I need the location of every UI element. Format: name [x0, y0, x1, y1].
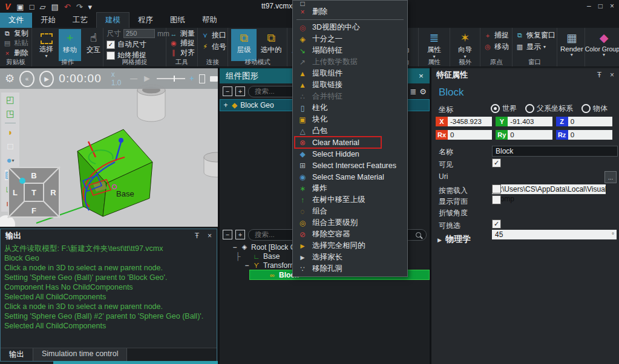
browse-button[interactable]: ... [604, 171, 617, 183]
expand-all-button[interactable]: + [235, 230, 245, 239]
delete-button[interactable]: ×删除 [3, 48, 28, 57]
ribbon-tab[interactable]: 建模 [96, 12, 129, 28]
rotation-input[interactable]: 0 [508, 130, 552, 140]
speed-slider[interactable] [157, 78, 185, 79]
interface-button[interactable]: ⋎接口 [201, 31, 226, 40]
nav-label-f[interactable]: F [31, 206, 36, 215]
play-button[interactable]: ▶ [39, 71, 54, 87]
ribbon-tab[interactable]: 程序 [129, 13, 162, 28]
visible-checkbox[interactable]: ✓ [492, 158, 501, 167]
speed-slider-knob[interactable] [174, 76, 175, 82]
menu-item-blockify[interactable]: ▣ 块化 [293, 114, 407, 125]
load-on-demand-checkbox[interactable]: ✓ [492, 184, 501, 193]
menu-item-clear-material[interactable]: ⊗ Clear Material [293, 137, 407, 148]
select-button[interactable]: 选择▾ [35, 29, 57, 61]
expander-icon[interactable]: − [232, 243, 238, 252]
menu-item-remove-empty-container[interactable]: ⊘ 移除空容器 [293, 229, 407, 240]
render-mode-icon[interactable]: ◗ [7, 128, 13, 137]
minimize-button[interactable]: – [587, 2, 591, 10]
output-tab[interactable]: 输出 [1, 348, 33, 361]
color-groups-button[interactable]: ◆Color Groups▾ [588, 29, 619, 61]
filter-sliders-icon[interactable]: ≣ [410, 87, 416, 96]
close-icon[interactable]: × [610, 71, 614, 79]
menu-item-convex-hull[interactable]: △ 凸包 [293, 125, 407, 137]
copy-button[interactable]: ⧉复制 [3, 29, 28, 38]
move-button[interactable]: +移动 [59, 29, 81, 61]
redo-icon[interactable]: ↷ [76, 2, 83, 11]
rewind-button[interactable]: « [19, 71, 34, 87]
render-button[interactable]: ▦Render▾ [560, 29, 583, 61]
menu-item-extract-link[interactable]: ▲ 提取链接 [293, 79, 407, 91]
speed-minus[interactable]: — [130, 74, 137, 83]
interact-button[interactable]: ☝交互 [82, 29, 105, 61]
uri-input[interactable]: C:\Users\CS\AppData\Local\Visual Comp [492, 184, 606, 194]
menu-item-combine-main-level[interactable]: ◎ 组合主要级别 [293, 217, 407, 229]
nav-label-b[interactable]: B [31, 171, 36, 180]
ribbon-tab[interactable]: 开始 [32, 13, 64, 28]
record-video-icon[interactable] [210, 76, 218, 82]
menu-item-select-hidden[interactable]: ◆ Select Hidden [293, 148, 407, 160]
menu-item-clipped[interactable]: □ [293, 1, 407, 6]
ribbon-tab[interactable]: 图纸 [162, 13, 194, 28]
auto-size-checkbox[interactable]: ✓自动尺寸 [106, 40, 169, 49]
expander-icon[interactable]: + [223, 101, 229, 109]
close-button[interactable]: × [610, 2, 614, 10]
coordinate-input[interactable]: 0 [568, 117, 612, 126]
rotation-input[interactable]: 0 [448, 130, 492, 140]
hierarchy-button[interactable]: ⧉层级 [231, 29, 257, 61]
ribbon-tab[interactable]: 文件 [0, 13, 32, 28]
menu-item-one-tenth[interactable]: ◈ 十分之一 [293, 33, 407, 45]
signal-button[interactable]: ⚡信号 [201, 42, 226, 51]
close-icon[interactable]: × [208, 232, 212, 240]
pdf-export-icon[interactable] [199, 74, 206, 83]
expand-all-button[interactable]: + [235, 86, 245, 96]
menu-item-merge-features[interactable]: ∴ 合并特征 [293, 91, 407, 102]
size-input[interactable]: 250 [123, 29, 155, 38]
collapse-all-button[interactable]: − [223, 86, 232, 96]
sim-settings-gear-icon[interactable]: ⚙ [5, 72, 15, 85]
menu-item-upload-math-data[interactable]: ↗ 上传数学数据 [293, 56, 407, 68]
ribbon-tab[interactable]: 帮助 [194, 13, 226, 28]
qat-customize-icon[interactable]: ▾ [88, 2, 93, 11]
snap-button[interactable]: ◉捕捉 [169, 39, 195, 48]
restore-window-button[interactable]: ⧉恢复窗口 [516, 31, 555, 40]
menu-item-select-intersect-features[interactable]: ⊞ Select Intersect Features [293, 160, 407, 171]
fit-view-icon[interactable]: ◰ [6, 95, 15, 105]
measure-button[interactable]: ↔测量 [169, 29, 195, 38]
speed-plus[interactable]: + [190, 74, 194, 83]
coordinate-radio[interactable]: 世界 [491, 103, 517, 114]
new-file-icon[interactable]: □ [30, 2, 34, 11]
align-button[interactable]: ∥对齐 [169, 48, 195, 57]
view-navigation-cube[interactable]: B R F L T [7, 166, 63, 221]
ribbon-tab[interactable]: 工艺 [64, 13, 96, 28]
pickable-checkbox[interactable]: ✓ [492, 219, 501, 229]
menu-item-remove-holes[interactable]: ∵ 移除孔洞 [293, 263, 407, 275]
gear-icon[interactable]: ⚙ [419, 87, 427, 96]
output-tab[interactable]: Simulation time control [33, 348, 127, 361]
coordinate-radio[interactable]: 父系坐标系 [525, 103, 573, 114]
coordinate-input[interactable]: -91.403 [508, 117, 552, 126]
selected-mode-button[interactable]: ⧉选中的 [258, 29, 284, 61]
expander-icon[interactable]: − [244, 261, 250, 270]
wireframe-cube-icon[interactable]: □ [7, 141, 13, 151]
name-input[interactable]: Block [492, 146, 618, 157]
pin-icon[interactable]: Ŧ [195, 232, 199, 240]
properties-button[interactable]: ≣属性▾ [422, 29, 447, 61]
fit-selected-icon[interactable]: ◳ [6, 109, 15, 119]
show-backface-checkbox[interactable]: ✓ [492, 195, 501, 204]
origin-snap-button[interactable]: +捕捉 [483, 31, 509, 40]
coordinate-input[interactable]: -3458.923 [448, 117, 492, 126]
physics-section[interactable]: ▶物理学 [437, 234, 471, 245]
viewport-3d[interactable]: Base ⚙ « ▶ 0:00:00 x 1.0 — ► + ◰ ◳ ◗ □ ●… [0, 68, 218, 227]
menu-item-select-parent[interactable]: ► 选择家长 [293, 252, 407, 263]
coordinate-radio[interactable]: 物体 [581, 103, 608, 114]
menu-separator[interactable] [296, 19, 404, 20]
close-icon[interactable]: × [419, 71, 424, 80]
display-button[interactable]: ▥显示▾ [516, 42, 555, 51]
collapse-all-button[interactable]: − [223, 230, 232, 239]
menu-item-combine[interactable]: ◌ 组合 [293, 206, 407, 217]
shading-sphere-icon[interactable]: ●▾ [6, 155, 14, 166]
menu-item-extract-component[interactable]: ▲ 提取组件 [293, 68, 407, 79]
menu-item-select-identical[interactable]: ► 选择完全相同的 [293, 240, 407, 252]
menu-item-collapse-feature[interactable]: ↘ 塌陷特征 [293, 45, 407, 56]
